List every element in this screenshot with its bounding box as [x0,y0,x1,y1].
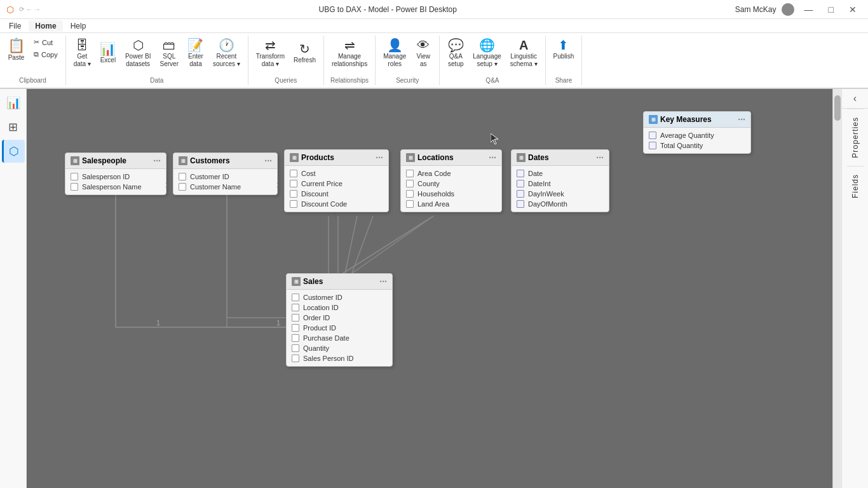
field-icon [290,200,297,208]
copy-button[interactable]: ⧉ Copy [30,49,62,60]
customers-entity[interactable]: ⊞ Customers ··· Customer ID Customer Nam… [173,152,278,195]
fields-tab[interactable]: Fields [847,166,864,206]
field-icon [179,183,186,191]
customers-header: ⊞ Customers ··· [173,153,277,169]
linguistic-icon: A [519,39,528,51]
sql-server-button[interactable]: 🗃 SQLServer [156,37,182,70]
sidebar-report-view[interactable]: 📊 [2,92,25,114]
products-menu[interactable]: ··· [376,152,383,163]
properties-tab[interactable]: Properties [847,109,864,166]
enter-data-button[interactable]: 📝 Enterdata [184,37,208,70]
maximize-button[interactable]: □ [824,3,839,16]
qa-button[interactable]: 💬 Q&Asetup [444,37,468,70]
transform-data-button[interactable]: ⇄ Transformdata ▾ [252,37,288,70]
field-order-id: Order ID [287,313,392,323]
field-icon [179,173,186,180]
key-measures-header: ⊞ Key Measures ··· [644,112,750,128]
key-measures-body: Average Quantity Total Quantity [644,128,750,153]
language-button[interactable]: 🌐 Languagesetup ▾ [469,37,505,70]
ribbon-queries: ⇄ Transformdata ▾ ↻ Refresh Queries [248,36,324,85]
publish-button[interactable]: ⬆ Publish [550,37,578,62]
manage-relationships-button[interactable]: ⇌ Managerelationships [328,37,371,70]
field-icon [292,334,299,342]
ribbon-data: 🗄 Getdata ▾ 📊 Excel ⬡ Power BIdatasets 🗃… [66,36,248,85]
cut-button[interactable]: ✂ Cut [30,37,62,48]
view-as-icon: 👁 [417,39,430,51]
clipboard-label: Clipboard [19,76,46,84]
ribbon-share: ⬆ Publish Share [546,36,583,85]
field-icon [71,183,78,191]
field-dayinweek: DayInWeek [512,189,609,199]
minimize-button[interactable]: — [799,3,818,16]
rel-label-1: 1 [165,181,169,189]
menu-file[interactable]: File [3,20,27,32]
field-icon [517,180,524,187]
model-view-icon: ⬡ [9,144,19,158]
sidebar-table-view[interactable]: ⊞ [2,116,25,139]
customers-menu[interactable]: ··· [264,156,272,166]
field-icon [406,170,414,177]
sidebar-model-view[interactable]: ⬡ [2,140,25,163]
scroll-thumb[interactable] [834,95,841,121]
ribbon-qa: 💬 Q&Asetup 🌐 Languagesetup ▾ A Linguisti… [440,36,545,85]
window-title: UBG to DAX - Model - Power BI Desktop [319,5,457,14]
field-icon [406,180,414,187]
field-icon [649,142,656,149]
dates-menu[interactable]: ··· [596,152,604,163]
field-sales-customer-id: Customer ID [287,292,392,302]
canvas-scrollbar[interactable] [832,89,841,488]
sales-menu[interactable]: ··· [379,276,387,287]
svg-line-11 [344,216,357,276]
svg-line-20 [338,216,433,276]
key-measures-entity[interactable]: ⊞ Key Measures ··· Average Quantity Tota… [643,111,751,154]
linguistic-button[interactable]: A Linguisticschema ▾ [506,37,541,70]
dates-body: Date DateInt DayInWeek DayOfMonth [512,166,609,212]
get-data-icon: 🗄 [76,39,88,51]
locations-entity[interactable]: ⊞ Locations ··· Area Code County Househo… [400,149,502,212]
field-icon [406,190,414,198]
salespeople-menu[interactable]: ··· [153,156,161,166]
menu-help[interactable]: Help [64,20,93,32]
view-as-button[interactable]: 👁 Viewas [411,37,435,70]
products-entity[interactable]: ⊞ Products ··· Cost Current Price Discou… [284,149,389,212]
key-measures-menu[interactable]: ··· [738,114,745,125]
get-data-button[interactable]: 🗄 Getdata ▾ [70,37,95,70]
ribbon-clipboard: 📋 Paste ✂ Cut ⧉ Copy Clipboard [0,36,66,85]
excel-icon: 📊 [100,43,116,55]
excel-button[interactable]: 📊 Excel [96,37,120,70]
field-customer-id: Customer ID [173,172,277,182]
manage-roles-button[interactable]: 👤 Manageroles [379,37,410,70]
collapse-arrow[interactable]: ‹ [842,89,868,109]
sales-body: Customer ID Location ID Order ID Product… [287,290,392,366]
sales-title: Sales [303,277,323,286]
sales-entity[interactable]: ⊞ Sales ··· Customer ID Location ID Orde… [286,273,393,367]
dates-entity[interactable]: ⊞ Dates ··· Date DateInt DayInWeek DayOf… [511,149,609,212]
window-controls: Sam McKay — □ ✕ [735,3,862,16]
menu-bar: File Home Help [0,19,868,33]
field-icon [292,324,299,332]
field-salesperson-id: Salesperson ID [65,172,166,182]
products-table-icon: ⊞ [290,153,299,162]
close-button[interactable]: ✕ [844,3,862,16]
recent-sources-button[interactable]: 🕐 Recentsources ▾ [209,37,244,70]
copy-icon: ⧉ [34,50,39,58]
qa-icon: 💬 [448,39,464,51]
field-location-id: Location ID [287,302,392,313]
model-canvas[interactable]: 1 1 1 1 1 [27,89,841,488]
dates-header: ⊞ Dates ··· [512,150,609,166]
table-view-icon: ⊞ [8,120,18,134]
paste-button[interactable]: 📋 Paste [4,37,29,64]
products-title: Products [301,153,334,162]
key-measures-title: Key Measures [660,115,712,124]
locations-table-icon: ⊞ [406,153,415,162]
svg-text:1: 1 [156,319,160,327]
key-measures-icon: ⊞ [649,115,658,124]
field-icon [517,170,524,177]
enter-data-icon: 📝 [187,39,203,51]
salespeople-entity[interactable]: ⊞ Salespeople ··· Salesperson ID Salespe… [65,152,166,195]
menu-home[interactable]: Home [29,20,62,32]
field-icon [292,355,299,362]
refresh-button[interactable]: ↻ Refresh [290,37,320,70]
locations-menu[interactable]: ··· [489,152,496,163]
powerbi-datasets-button[interactable]: ⬡ Power BIdatasets [121,37,155,70]
